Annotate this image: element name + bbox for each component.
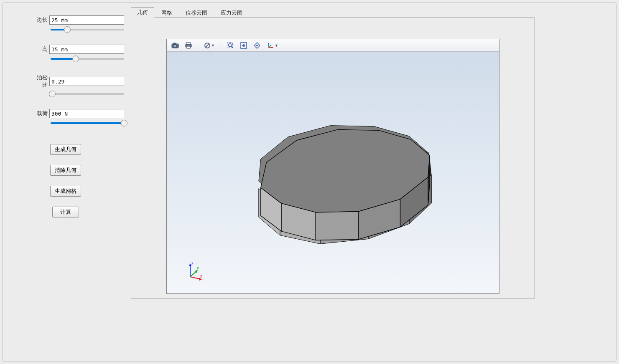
zoom-window-icon — [227, 42, 234, 49]
poisson-slider[interactable] — [51, 90, 124, 98]
load-slider[interactable] — [51, 119, 124, 127]
print-button[interactable] — [183, 40, 194, 51]
tab-content: ▼ — [131, 18, 535, 298]
load-slider-row — [7, 118, 124, 134]
toolbar-separator — [221, 41, 221, 50]
toolbar-separator — [198, 41, 198, 50]
param-height-row: 高 — [7, 45, 124, 54]
zoom-extents-icon — [240, 42, 247, 49]
poisson-slider-row — [7, 89, 124, 105]
height-slider-thumb[interactable] — [72, 56, 79, 62]
svg-rect-5 — [187, 46, 190, 48]
edge-slider[interactable] — [51, 25, 124, 34]
tabs: 几何 网格 位移云图 应力云图 — [131, 8, 535, 18]
forbid-icon — [204, 42, 211, 49]
viewer-canvas[interactable]: z x y — [167, 52, 499, 293]
tab-mesh[interactable]: 网格 — [155, 8, 178, 18]
axis-icon — [267, 42, 274, 49]
param-poisson-label: 泊松比 — [32, 74, 48, 89]
app-window: 边长 高 泊松比 — [3, 3, 616, 361]
zoom-selection-icon — [253, 42, 261, 49]
poisson-input[interactable] — [49, 77, 124, 86]
param-height-label: 高 — [32, 46, 48, 53]
param-load-label: 载荷 — [32, 110, 48, 117]
edge-input[interactable] — [49, 15, 124, 25]
tab-stress[interactable]: 应力云图 — [214, 8, 249, 18]
height-slider-row — [7, 54, 124, 70]
main-area: 几何 网格 位移云图 应力云图 ▼ — [131, 8, 535, 298]
poisson-slider-thumb[interactable] — [49, 91, 56, 97]
tab-geometry[interactable]: 几何 — [131, 7, 154, 18]
edge-slider-row — [7, 25, 124, 40]
param-edge-label: 边长 — [32, 16, 48, 24]
svg-point-9 — [229, 43, 232, 46]
height-slider[interactable] — [51, 55, 124, 63]
generate-mesh-button[interactable]: 生成网格 — [50, 186, 81, 197]
zoom-extents-button[interactable] — [238, 40, 250, 51]
svg-point-2 — [174, 44, 176, 47]
load-slider-thumb[interactable] — [121, 120, 127, 126]
svg-line-7 — [206, 44, 209, 47]
chevron-down-icon: ▼ — [275, 43, 278, 48]
geom-side-4 — [316, 212, 358, 240]
geometry-model — [167, 52, 499, 293]
viewer: ▼ — [166, 39, 499, 294]
load-input[interactable] — [49, 109, 124, 118]
chevron-down-icon: ▼ — [211, 43, 215, 48]
svg-point-12 — [256, 45, 258, 46]
param-load-row: 载荷 — [7, 109, 124, 118]
edge-slider-thumb[interactable] — [64, 26, 71, 33]
generate-geometry-button[interactable]: 生成几何 — [50, 144, 81, 155]
viewer-toolbar: ▼ — [167, 39, 499, 52]
screenshot-button[interactable] — [169, 40, 181, 51]
camera-icon — [171, 43, 179, 48]
svg-rect-1 — [173, 43, 176, 44]
param-poisson-row: 泊松比 — [7, 74, 124, 89]
forbid-dropdown-button[interactable]: ▼ — [201, 40, 217, 51]
svg-line-10 — [231, 46, 233, 48]
tab-displacement[interactable]: 位移云图 — [179, 8, 214, 18]
clear-geometry-button[interactable]: 清除几何 — [50, 165, 81, 176]
zoom-selection-button[interactable] — [251, 40, 263, 51]
zoom-window-button[interactable] — [224, 40, 236, 51]
axis-dropdown-button[interactable]: ▼ — [265, 40, 280, 51]
param-edge-row: 边长 — [7, 15, 124, 25]
sidebar: 边长 高 泊松比 — [3, 3, 128, 361]
calculate-button[interactable]: 计算 — [52, 207, 79, 217]
printer-icon — [185, 42, 192, 49]
height-input[interactable] — [49, 45, 124, 54]
